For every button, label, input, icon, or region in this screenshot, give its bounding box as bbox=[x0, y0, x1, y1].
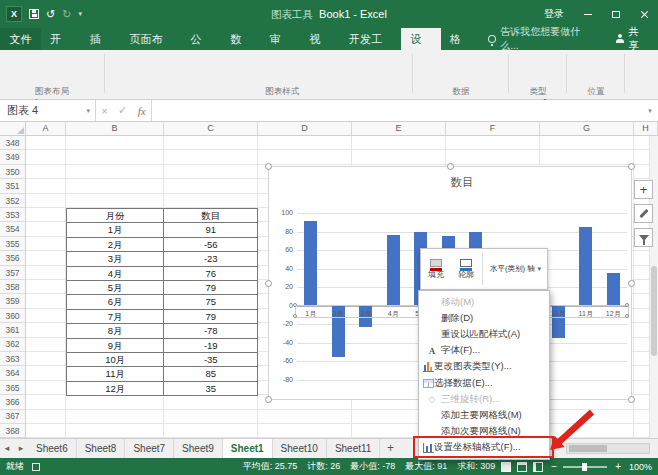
chart-filters-button[interactable] bbox=[634, 228, 653, 247]
table-cell[interactable]: 79 bbox=[164, 310, 258, 324]
chart-selection-handle[interactable] bbox=[265, 163, 272, 170]
chart-bar[interactable] bbox=[607, 273, 620, 305]
chart-bar[interactable] bbox=[579, 227, 592, 306]
tab-chart-design[interactable]: 设计 bbox=[401, 28, 441, 50]
table-cell[interactable]: 8月 bbox=[67, 324, 164, 338]
excel-app-icon[interactable]: X bbox=[6, 6, 22, 22]
formula-bar-expand-icon[interactable]: ▾ bbox=[642, 100, 658, 121]
row-header-360[interactable]: 360 bbox=[0, 309, 25, 323]
table-cell[interactable]: 35 bbox=[164, 382, 258, 396]
chart-element-dropdown[interactable]: 水平(类别) 轴 ▾ bbox=[484, 249, 547, 289]
macro-record-icon[interactable] bbox=[32, 463, 40, 471]
table-cell[interactable]: -35 bbox=[164, 353, 258, 367]
table-cell[interactable]: 85 bbox=[164, 367, 258, 381]
chart-bar[interactable] bbox=[304, 221, 317, 305]
enter-formula-icon[interactable]: ✓ bbox=[118, 104, 127, 117]
page-break-view-icon[interactable] bbox=[533, 462, 543, 472]
context-menu-item[interactable]: 重设以匹配样式(A) bbox=[419, 326, 549, 342]
row-header-364[interactable]: 364 bbox=[0, 366, 25, 380]
share-button[interactable]: 共享 bbox=[605, 28, 658, 50]
sheet-nav-left-icon[interactable]: ◂ bbox=[0, 439, 14, 458]
row-header-365[interactable]: 365 bbox=[0, 381, 25, 395]
tab-developer[interactable]: 开发工具 bbox=[340, 28, 401, 50]
context-menu-item[interactable]: 添加主要网格线(M) bbox=[419, 407, 549, 423]
table-cell[interactable]: -56 bbox=[164, 238, 258, 252]
context-menu-item[interactable]: A字体(F)... bbox=[419, 343, 549, 359]
row-header-361[interactable]: 361 bbox=[0, 323, 25, 337]
tab-file[interactable]: 文件 bbox=[0, 28, 41, 50]
tell-me-box[interactable]: 告诉我您想要做什么... bbox=[480, 28, 604, 50]
chart-bar[interactable] bbox=[387, 235, 400, 305]
minimize-button[interactable] bbox=[574, 0, 602, 28]
chart-styles-button[interactable] bbox=[634, 204, 653, 223]
table-cell[interactable]: 6月 bbox=[67, 295, 164, 309]
row-header-355[interactable]: 355 bbox=[0, 237, 25, 251]
chart-title[interactable]: 数目 bbox=[297, 175, 627, 190]
context-menu-item[interactable]: 设置坐标轴格式(F)... bbox=[419, 440, 549, 456]
table-cell[interactable]: 79 bbox=[164, 281, 258, 295]
horizontal-scrollbar[interactable] bbox=[566, 443, 650, 454]
fill-color-button[interactable]: 填充 bbox=[421, 249, 451, 289]
chart-selection-handle[interactable] bbox=[628, 280, 635, 287]
row-header-357[interactable]: 357 bbox=[0, 266, 25, 280]
tab-formulas[interactable]: 公式 bbox=[182, 28, 222, 50]
sheet-tab-sheet8[interactable]: Sheet8 bbox=[77, 439, 126, 458]
row-header-353[interactable]: 353 bbox=[0, 208, 25, 222]
row-header-348[interactable]: 348 bbox=[0, 136, 25, 150]
tab-page-layout[interactable]: 页面布局 bbox=[120, 28, 181, 50]
table-cell[interactable]: 3月 bbox=[67, 252, 164, 266]
table-cell[interactable]: 5月 bbox=[67, 281, 164, 295]
tab-data[interactable]: 数据 bbox=[221, 28, 261, 50]
row-header-351[interactable]: 351 bbox=[0, 179, 25, 193]
save-icon[interactable] bbox=[29, 9, 39, 19]
row-header-352[interactable]: 352 bbox=[0, 194, 25, 208]
row-header-349[interactable]: 349 bbox=[0, 150, 25, 164]
sheet-tab-sheet10[interactable]: Sheet10 bbox=[273, 439, 327, 458]
new-sheet-button[interactable]: + bbox=[380, 439, 400, 458]
sheet-tab-sheet6[interactable]: Sheet6 bbox=[28, 439, 77, 458]
column-header-G[interactable]: G bbox=[540, 122, 634, 135]
table-cell[interactable]: 12月 bbox=[67, 382, 164, 396]
chart-selection-handle[interactable] bbox=[447, 163, 454, 170]
sheet-nav-right-icon[interactable]: ▸ bbox=[14, 439, 28, 458]
zoom-slider[interactable] bbox=[563, 466, 607, 468]
qat-customize-caret-icon[interactable]: ▾ bbox=[78, 0, 82, 28]
table-cell[interactable]: -78 bbox=[164, 324, 258, 338]
table-cell[interactable]: 10月 bbox=[67, 353, 164, 367]
insert-function-icon[interactable]: fx bbox=[138, 105, 146, 117]
row-header-358[interactable]: 358 bbox=[0, 280, 25, 294]
context-menu-item[interactable]: 更改图表类型(Y)... bbox=[419, 359, 549, 375]
vertical-scrollbar-thumb[interactable] bbox=[651, 266, 657, 356]
column-header-D[interactable]: D bbox=[258, 122, 352, 135]
row-header-363[interactable]: 363 bbox=[0, 352, 25, 366]
table-cell[interactable]: 76 bbox=[164, 267, 258, 281]
column-header-B[interactable]: B bbox=[66, 122, 164, 135]
table-cell[interactable]: 75 bbox=[164, 295, 258, 309]
row-header-362[interactable]: 362 bbox=[0, 337, 25, 351]
column-header-C[interactable]: C bbox=[164, 122, 258, 135]
zoom-out-button[interactable]: − bbox=[551, 462, 557, 472]
page-layout-view-icon[interactable] bbox=[517, 462, 527, 472]
formula-input[interactable] bbox=[152, 100, 642, 121]
outline-color-button[interactable]: 轮廓 bbox=[451, 249, 481, 289]
context-menu-item[interactable]: 添加次要网格线(N) bbox=[419, 424, 549, 440]
column-header-E[interactable]: E bbox=[352, 122, 446, 135]
table-cell[interactable]: 7月 bbox=[67, 310, 164, 324]
name-box-caret-icon[interactable]: ▾ bbox=[86, 100, 90, 121]
sign-in-button[interactable]: 登录 bbox=[534, 7, 574, 21]
sheet-tab-sheet7[interactable]: Sheet7 bbox=[125, 439, 174, 458]
row-header-356[interactable]: 356 bbox=[0, 251, 25, 265]
tab-insert[interactable]: 插入 bbox=[81, 28, 121, 50]
tab-chart-format[interactable]: 格式 bbox=[441, 28, 481, 50]
tab-review[interactable]: 审阅 bbox=[261, 28, 301, 50]
row-header-367[interactable]: 367 bbox=[0, 409, 25, 423]
select-all-corner[interactable] bbox=[0, 122, 26, 136]
column-header-H[interactable]: H bbox=[634, 122, 658, 135]
sheet-tab-sheet1-active[interactable]: Sheet1 bbox=[223, 439, 273, 458]
row-header-350[interactable]: 350 bbox=[0, 165, 25, 179]
redo-icon[interactable]: ↻ bbox=[62, 0, 71, 28]
name-box[interactable]: 图表 4 ▾ bbox=[0, 100, 96, 121]
table-cell[interactable]: 2月 bbox=[67, 238, 164, 252]
row-header-368[interactable]: 368 bbox=[0, 424, 25, 438]
undo-icon[interactable]: ↺ bbox=[46, 0, 55, 28]
